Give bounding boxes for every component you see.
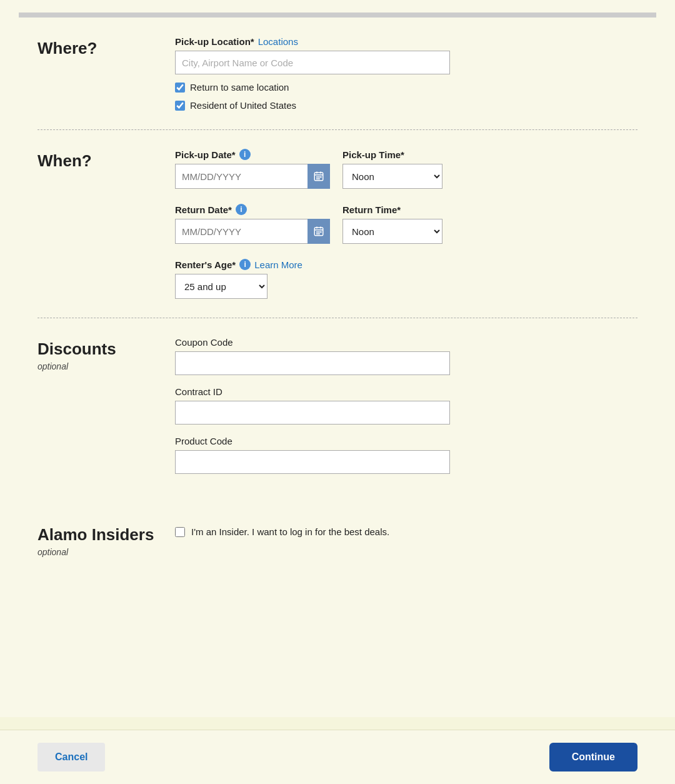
insiders-section-content: I'm an Insider. I want to log in for the…: [175, 523, 638, 537]
cancel-button[interactable]: Cancel: [38, 743, 105, 771]
pickup-date-group: Pick-up Date* i: [175, 149, 330, 189]
resident-checkbox[interactable]: [175, 101, 185, 111]
return-same-checkbox[interactable]: [175, 83, 185, 93]
pickup-time-group: Pick-up Time* Noon Midnight 12:30 AM 1:0…: [342, 149, 442, 189]
contract-id-input[interactable]: [175, 401, 450, 425]
product-code-field: Product Code: [175, 436, 638, 474]
insiders-section: Alamo Insiders optional I'm an Insider. …: [0, 504, 675, 576]
pickup-date-input[interactable]: [175, 164, 330, 189]
insider-label: I'm an Insider. I want to log in for the…: [191, 526, 389, 537]
svg-rect-8: [318, 178, 319, 179]
svg-rect-7: [316, 178, 318, 179]
when-section-label: When?: [38, 149, 175, 171]
pickup-date-input-wrapper: [175, 164, 330, 189]
where-section-label: Where?: [38, 36, 175, 58]
svg-rect-16: [316, 233, 318, 234]
insider-checkbox[interactable]: [175, 527, 185, 537]
product-code-input[interactable]: [175, 450, 450, 474]
pickup-time-label: Pick-up Time*: [342, 149, 442, 160]
pickup-location-input[interactable]: [175, 51, 450, 74]
resident-row: Resident of United States: [175, 100, 638, 111]
insiders-section-label: Alamo Insiders optional: [38, 523, 175, 557]
svg-rect-13: [316, 231, 318, 233]
continue-button[interactable]: Continue: [549, 743, 638, 771]
when-section: When? Pick-up Date* i: [0, 130, 675, 318]
return-date-input-wrapper: [175, 219, 330, 244]
when-heading: When?: [38, 151, 175, 171]
where-heading: Where?: [38, 39, 175, 58]
product-code-label: Product Code: [175, 436, 638, 446]
coupon-code-label: Coupon Code: [175, 337, 638, 348]
pickup-date-label: Pick-up Date* i: [175, 149, 330, 160]
svg-rect-17: [318, 233, 319, 234]
return-time-select[interactable]: Noon Midnight 12:30 AM 1:00 AM: [342, 219, 442, 244]
renters-age-label-row: Renter's Age* i Learn More: [175, 259, 638, 270]
return-same-row: Return to same location: [175, 82, 638, 93]
svg-rect-14: [318, 231, 319, 233]
return-same-label: Return to same location: [190, 82, 289, 93]
insiders-optional: optional: [38, 547, 175, 557]
insider-row: I'm an Insider. I want to log in for the…: [175, 526, 638, 537]
svg-rect-4: [316, 176, 318, 178]
pickup-date-info-icon[interactable]: i: [239, 149, 251, 160]
return-date-group: Return Date* i: [175, 204, 330, 244]
locations-link[interactable]: Locations: [258, 36, 298, 47]
return-calendar-icon[interactable]: [308, 219, 330, 244]
coupon-code-field: Coupon Code: [175, 337, 638, 375]
return-time-label: Return Time*: [342, 204, 442, 215]
age-select[interactable]: 25 and up 18-24 Under 18: [175, 274, 268, 299]
renters-age-row: Renter's Age* i Learn More 25 and up 18-…: [175, 259, 638, 299]
when-section-content: Pick-up Date* i: [175, 149, 638, 299]
where-section: Where? Pick-up Location* Locations Retur…: [0, 18, 675, 129]
discounts-section-content: Coupon Code Contract ID Product Code: [175, 337, 638, 485]
page-wrapper: Where? Pick-up Location* Locations Retur…: [0, 0, 675, 717]
discounts-heading: Discounts: [38, 339, 175, 359]
pickup-date-time-row: Pick-up Date* i: [175, 149, 638, 189]
renters-age-info-icon[interactable]: i: [239, 259, 251, 270]
discounts-optional: optional: [38, 361, 175, 371]
insiders-heading: Alamo Insiders: [38, 525, 175, 545]
footer-bar: Cancel Continue: [0, 730, 675, 784]
pickup-calendar-icon[interactable]: [308, 164, 330, 189]
return-date-info-icon[interactable]: i: [236, 204, 247, 215]
discounts-section-label: Discounts optional: [38, 337, 175, 371]
contract-id-field: Contract ID: [175, 386, 638, 425]
pickup-location-label: Pick-up Location* Locations: [175, 36, 638, 47]
return-date-time-row: Return Date* i: [175, 204, 638, 244]
svg-rect-6: [320, 176, 321, 178]
renters-age-label: Renter's Age*: [175, 259, 236, 270]
where-section-content: Pick-up Location* Locations Return to sa…: [175, 36, 638, 111]
svg-rect-15: [320, 231, 321, 233]
coupon-code-input[interactable]: [175, 351, 450, 375]
return-date-input[interactable]: [175, 219, 330, 244]
top-bar: [19, 13, 656, 18]
return-time-group: Return Time* Noon Midnight 12:30 AM 1:00…: [342, 204, 442, 244]
discounts-section: Discounts optional Coupon Code Contract …: [0, 318, 675, 504]
resident-label: Resident of United States: [190, 100, 296, 111]
contract-id-label: Contract ID: [175, 386, 638, 397]
return-date-label: Return Date* i: [175, 204, 330, 215]
svg-rect-5: [318, 176, 319, 178]
learn-more-link[interactable]: Learn More: [254, 259, 302, 270]
pickup-time-select[interactable]: Noon Midnight 12:30 AM 1:00 AM: [342, 164, 442, 189]
